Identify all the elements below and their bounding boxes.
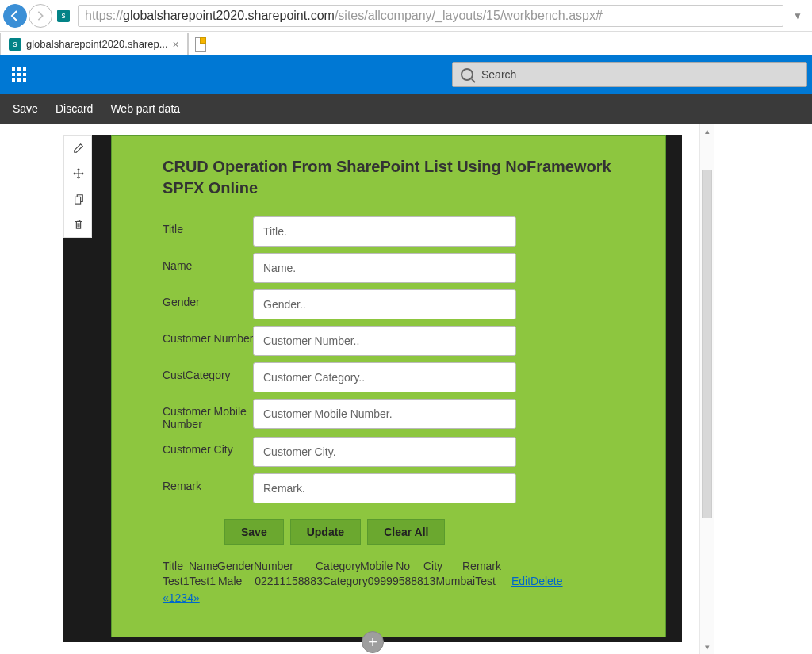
url-dropdown-icon[interactable]: ▼ [787, 10, 809, 21]
scroll-down-icon[interactable]: ▾ [700, 640, 714, 654]
td-number: 02211158883 [255, 574, 323, 589]
th-gender: Gender [217, 559, 254, 574]
search-placeholder: Search [481, 68, 516, 81]
input-remark[interactable] [253, 473, 516, 503]
browser-url-bar[interactable]: https://globalsharepoint2020.sharepoint.… [78, 5, 783, 27]
th-name: Name [189, 559, 217, 574]
sharepoint-search-box[interactable]: Search [452, 62, 807, 87]
browser-tab-strip: s globalsharepoint2020.sharep... × [0, 32, 812, 55]
data-table: Title Name Gender Number Category Mobile… [163, 559, 634, 606]
th-category: Category [316, 559, 360, 574]
td-city: Mumbai [435, 574, 475, 589]
input-city[interactable] [253, 437, 516, 467]
label-remark: Remark [163, 473, 253, 492]
td-category: Category0 [323, 574, 374, 589]
workbench-webpartdata[interactable]: Web part data [110, 102, 180, 115]
table-header: Title Name Gender Number Category Mobile… [163, 559, 634, 574]
new-tab-icon [195, 37, 206, 52]
url-path: /sites/allcompany/_layouts/15/workbench.… [335, 9, 603, 23]
canvas-dark-frame: CRUD Operation From SharePoint List Usin… [63, 135, 682, 642]
browser-tab-active[interactable]: s globalsharepoint2020.sharep... × [0, 33, 188, 55]
workbench-save[interactable]: Save [13, 102, 38, 115]
browser-new-tab-button[interactable] [188, 33, 213, 55]
label-title: Title [163, 216, 253, 235]
td-gender: Male [218, 574, 242, 589]
clear-button[interactable]: Clear All [367, 519, 445, 545]
webpart-title: CRUD Operation From SharePoint List Usin… [163, 156, 634, 199]
sharepoint-suite-header: Search [0, 55, 812, 94]
move-icon[interactable] [64, 161, 93, 186]
input-custcat[interactable] [253, 362, 516, 392]
update-button[interactable]: Update [290, 519, 361, 545]
input-mobile[interactable] [253, 399, 516, 429]
browser-forward-button[interactable] [29, 4, 52, 28]
td-mobile: 9999588813 [374, 574, 436, 589]
label-city: Customer City [163, 437, 253, 456]
webpart-float-toolbar [63, 135, 92, 238]
label-custcat: CustCategory [163, 362, 253, 381]
input-gender[interactable] [253, 289, 516, 319]
spfx-webpart-panel: CRUD Operation From SharePoint List Usin… [111, 135, 666, 637]
delete-icon[interactable] [64, 212, 93, 237]
label-gender: Gender [163, 289, 253, 308]
th-remark: Remark [462, 559, 499, 574]
app-launcher-icon[interactable] [5, 60, 33, 89]
edit-icon[interactable] [64, 136, 93, 161]
browser-back-button[interactable] [3, 4, 27, 28]
pager[interactable]: «1234» [163, 591, 634, 606]
tab-favicon-icon: s [9, 38, 21, 51]
browser-nav-bar: s https://globalsharepoint2020.sharepoin… [0, 0, 812, 32]
th-city: City [423, 559, 462, 574]
tab-title: globalsharepoint2020.sharep... [26, 38, 168, 50]
th-number: Number [254, 559, 316, 574]
edit-link[interactable]: Edit [511, 575, 530, 587]
label-mobile: Customer Mobile Number [163, 399, 253, 430]
search-icon [461, 68, 473, 81]
delete-link[interactable]: Delete [530, 575, 562, 587]
workbench-discard[interactable]: Discard [56, 102, 93, 115]
url-host: globalsharepoint2020.sharepoint.com [123, 9, 335, 23]
save-button[interactable]: Save [224, 519, 284, 545]
input-name[interactable] [253, 253, 516, 283]
th-mobile: Mobile No [360, 559, 423, 574]
label-custno: Customer Number [163, 326, 253, 345]
scroll-thumb[interactable] [702, 170, 712, 518]
label-name: Name [163, 253, 253, 272]
td-title: Test1 [163, 574, 189, 589]
table-row: Test1 Test1 Male 02211158883 Category0 9… [163, 574, 634, 589]
add-section-button[interactable]: + [362, 631, 384, 653]
workbench-toolbar: Save Discard Web part data [0, 94, 812, 124]
site-favicon-icon: s [57, 10, 70, 22]
svg-rect-0 [75, 197, 81, 204]
copy-icon[interactable] [64, 186, 93, 212]
td-name: Test1 [189, 574, 215, 589]
input-custno[interactable] [253, 326, 516, 356]
td-remark: Test [475, 574, 496, 589]
tab-close-icon[interactable]: × [173, 38, 179, 51]
scroll-up-icon[interactable]: ▴ [700, 124, 714, 138]
scrollbar[interactable]: ▴ ▾ [699, 124, 714, 654]
th-title: Title [163, 559, 189, 574]
input-title[interactable] [253, 216, 516, 247]
